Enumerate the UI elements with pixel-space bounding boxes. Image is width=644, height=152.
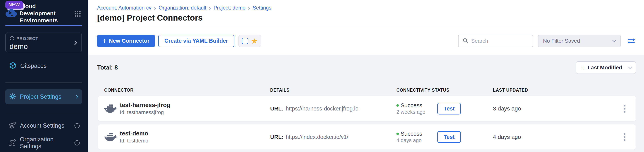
column-header-connector: CONNECTOR	[104, 88, 270, 93]
docker-icon	[104, 103, 116, 114]
last-updated-cell: 4 days ago	[493, 132, 627, 142]
sidebar-item-account-settings[interactable]: Account Settings	[5, 120, 82, 131]
search-input[interactable]	[471, 38, 529, 44]
star-icon: ★	[251, 37, 258, 45]
url-value: https://harness-docker.jfrog.io	[286, 105, 358, 112]
connector-name-block: test-demo Id: testdemo	[120, 130, 148, 144]
cloud-logo-icon	[5, 9, 17, 18]
chevron-down-icon	[612, 38, 616, 42]
status-success-dot	[396, 133, 399, 135]
project-cube-icon	[10, 36, 14, 42]
breadcrumb-project[interactable]: Project: demo	[214, 5, 246, 11]
saved-filter-value: No Filter Saved	[543, 38, 580, 44]
last-updated-text: 4 days ago	[493, 134, 521, 140]
total-count: Total: 8	[97, 64, 118, 71]
favorites-filter-group: ★	[238, 35, 261, 47]
saved-filter-dropdown[interactable]: No Filter Saved	[538, 35, 621, 47]
connector-name: test-harness-jfrog	[120, 102, 170, 109]
test-connection-button[interactable]: Test	[437, 131, 461, 143]
page-title: [demo] Project Connectors	[97, 13, 644, 22]
status-block: Success 2 weeks ago	[396, 102, 434, 115]
favorites-checkbox[interactable]	[242, 38, 248, 44]
yaml-builder-button[interactable]: Create via YAML Builder	[158, 35, 234, 47]
search-box	[458, 35, 533, 47]
status-time: 2 weeks ago	[396, 109, 434, 115]
test-connection-button[interactable]: Test	[437, 103, 461, 114]
sidebar-item-label: Gitspaces	[20, 63, 47, 69]
url-label: URL:	[270, 105, 284, 112]
url-value: https://index.docker.io/v1/	[286, 134, 348, 140]
sidebar-item-label: Project Settings	[20, 93, 62, 100]
plus-icon: +	[102, 38, 106, 44]
status-time: 4 days ago	[396, 138, 434, 144]
status-success-dot	[396, 104, 399, 107]
gitspaces-cube-icon	[9, 62, 16, 70]
breadcrumb-account[interactable]: Account: Automation-cv	[97, 5, 152, 11]
details-cell: URL: https://harness-docker.jfrog.io	[270, 105, 396, 112]
breadcrumb-organization[interactable]: Organization: default	[159, 5, 206, 11]
status-text: Success	[400, 102, 422, 109]
sidebar: NEW Cloud Development Environments	[0, 0, 88, 152]
docker-icon	[104, 132, 116, 142]
status-text: Success	[400, 131, 422, 137]
connectivity-cell: Success 2 weeks ago Test	[396, 102, 493, 115]
table-row[interactable]: test-harness-jfrog Id: testharnessjfrog …	[98, 96, 636, 121]
sidebar-item-label: Account Settings	[20, 122, 64, 129]
main-area: Account: Automation-cv › Organization: d…	[88, 0, 644, 152]
connector-id: Id: testharnessjfrog	[120, 110, 170, 115]
app-grid-icon[interactable]	[74, 10, 81, 18]
sidebar-divider	[5, 82, 82, 83]
status-block: Success 4 days ago	[396, 131, 434, 144]
sidebar-item-organization-settings[interactable]: Organization Settings	[5, 138, 82, 148]
connector-name: test-demo	[120, 130, 148, 137]
project-selector-label: PROJECT	[16, 36, 38, 41]
column-header-details: DETAILS	[270, 88, 396, 93]
table-row[interactable]: test-demo Id: testdemo URL: https://inde…	[98, 124, 636, 150]
last-updated-cell: 3 days ago	[493, 104, 627, 114]
row-menu-button[interactable]	[622, 104, 627, 114]
info-icon[interactable]	[74, 123, 80, 129]
table-header-row: CONNECTOR DETAILS CONNECTIVITY STATUS LA…	[97, 88, 636, 93]
new-connector-button[interactable]: + New Connector	[97, 35, 155, 47]
gear-icon	[9, 93, 16, 101]
page-header: Account: Automation-cv › Organization: d…	[88, 0, 644, 27]
breadcrumb-separator: ›	[154, 5, 156, 10]
column-header-last-updated: LAST UPDATED	[493, 88, 627, 93]
app-title: Cloud Development Environments	[20, 0, 64, 24]
sidebar-item-gitspaces[interactable]: Gitspaces	[5, 62, 82, 70]
project-selector[interactable]: PROJECT demo	[5, 33, 82, 52]
sort-dropdown[interactable]: ↑↓ Last Modified	[576, 61, 636, 74]
filter-settings-button[interactable]	[627, 37, 635, 45]
sidebar-accent-rule	[5, 25, 82, 26]
breadcrumb-settings[interactable]: Settings	[252, 5, 271, 11]
row-menu-button[interactable]	[622, 132, 627, 142]
breadcrumb: Account: Automation-cv › Organization: d…	[97, 5, 644, 11]
chevron-down-icon	[628, 65, 632, 69]
connectivity-cell: Success 4 days ago Test	[396, 131, 493, 144]
connector-cell: test-demo Id: testdemo	[104, 130, 270, 144]
org-chart-gear-icon	[8, 139, 16, 147]
connector-name-block: test-harness-jfrog Id: testharnessjfrog	[120, 102, 170, 115]
sort-arrows-icon: ↑↓	[580, 65, 584, 71]
sidebar-divider	[5, 113, 82, 113]
toolbar: + New Connector Create via YAML Builder …	[88, 27, 644, 55]
search-icon	[462, 38, 468, 44]
project-selector-value: demo	[10, 42, 78, 51]
breadcrumb-separator: ›	[209, 5, 211, 10]
sidebar-item-project-settings[interactable]: Project Settings	[5, 89, 82, 104]
breadcrumb-separator: ›	[248, 5, 250, 10]
sort-value: Last Modified	[588, 65, 622, 71]
list-summary-row: Total: 8 ↑↓ Last Modified	[97, 61, 636, 74]
chevron-right-icon	[74, 95, 78, 99]
layers-gear-icon	[8, 122, 16, 130]
connector-id: Id: testdemo	[120, 138, 148, 144]
logo-block: NEW Cloud Development Environments	[5, 0, 82, 23]
url-label: URL:	[270, 134, 284, 140]
connector-cell: test-harness-jfrog Id: testharnessjfrog	[104, 102, 270, 115]
sidebar-item-label: Organization Settings	[20, 136, 70, 150]
app-window: NEW Cloud Development Environments	[0, 0, 644, 152]
new-connector-label: New Connector	[109, 38, 150, 44]
new-badge: NEW	[5, 1, 23, 8]
last-updated-text: 3 days ago	[493, 105, 521, 112]
info-icon[interactable]	[74, 140, 80, 146]
